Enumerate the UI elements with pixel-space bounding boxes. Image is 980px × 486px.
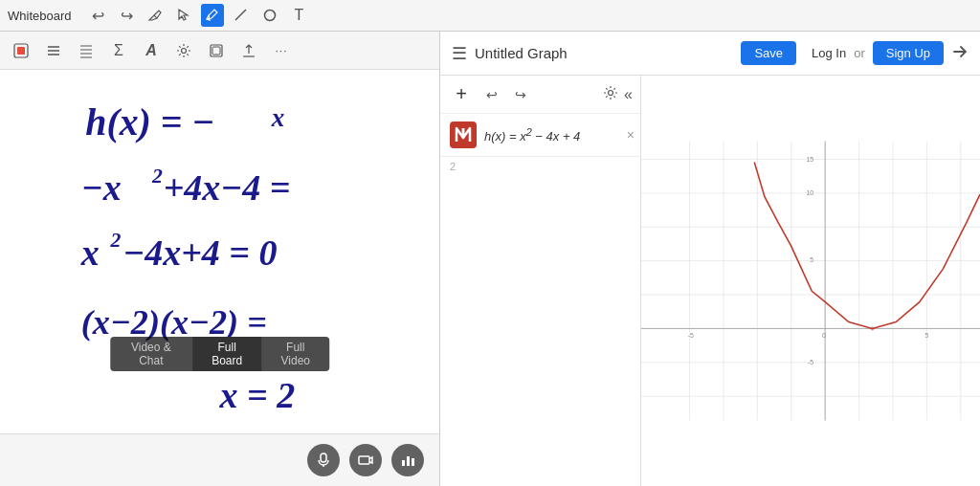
share-button[interactable] bbox=[951, 43, 969, 64]
svg-rect-27 bbox=[359, 456, 369, 464]
graph-panel: ☰ Untitled Graph Save Log In or Sign Up … bbox=[440, 32, 980, 486]
expr-settings-button[interactable] bbox=[603, 85, 618, 104]
video-chat-toggle[interactable]: Video & Chat bbox=[110, 337, 192, 371]
expr-toolbar: + ↩ ↪ « bbox=[440, 76, 640, 114]
redo-button[interactable]: ↪ bbox=[115, 4, 138, 27]
or-separator: or bbox=[854, 46, 865, 60]
svg-text:+4x−4 =: +4x−4 = bbox=[164, 167, 291, 208]
graph-svg: -5 0 5 15 10 5 -5 bbox=[641, 76, 980, 486]
svg-rect-13 bbox=[212, 47, 220, 55]
save-button[interactable]: Save bbox=[741, 41, 796, 65]
svg-text:5: 5 bbox=[810, 256, 813, 263]
text-button[interactable]: T bbox=[287, 4, 310, 27]
expr-redo-button[interactable]: ↪ bbox=[509, 83, 532, 106]
svg-text:-5: -5 bbox=[808, 359, 813, 365]
add-expression-button[interactable]: + bbox=[448, 81, 475, 108]
eraser-button[interactable] bbox=[144, 4, 167, 27]
svg-text:5: 5 bbox=[924, 332, 928, 339]
svg-point-1 bbox=[265, 11, 276, 21]
expression-icon bbox=[450, 122, 477, 148]
signup-button[interactable]: Sign Up bbox=[873, 41, 944, 65]
layers-tool[interactable] bbox=[203, 37, 230, 64]
svg-text:2: 2 bbox=[151, 165, 163, 188]
svg-rect-30 bbox=[412, 458, 414, 466]
whiteboard-bottom-bar bbox=[0, 433, 439, 486]
whiteboard-panel: Σ A ··· h(x) = − x −x bbox=[0, 32, 440, 486]
svg-text:-5: -5 bbox=[688, 332, 694, 339]
sigma-tool[interactable]: Σ bbox=[105, 37, 132, 64]
expr-number-label: 2 bbox=[440, 157, 640, 176]
whiteboard-canvas[interactable]: h(x) = − x −x 2 +4x−4 = x 2 −4x+4 = 0 (x… bbox=[0, 70, 439, 433]
app-title: Whiteboard bbox=[8, 9, 71, 23]
list-tool[interactable] bbox=[73, 37, 100, 64]
svg-text:−4x+4 = 0: −4x+4 = 0 bbox=[122, 232, 277, 273]
svg-rect-3 bbox=[17, 47, 25, 55]
shape-button[interactable] bbox=[258, 4, 281, 27]
graph-canvas[interactable]: -5 0 5 15 10 5 -5 bbox=[641, 76, 980, 486]
menu-tool[interactable] bbox=[40, 37, 67, 64]
expr-undo-button[interactable]: ↩ bbox=[480, 83, 503, 106]
settings-tool[interactable] bbox=[170, 37, 197, 64]
expression-list: h(x) = x2 − 4x + 4 × 2 bbox=[440, 114, 640, 486]
svg-text:x: x bbox=[80, 232, 100, 273]
view-toggle: Video & Chat Full Board Full Video bbox=[110, 337, 330, 371]
svg-text:(x−2)(x−2) =: (x−2)(x−2) = bbox=[81, 303, 267, 342]
expr-collapse-button[interactable]: « bbox=[624, 86, 633, 103]
svg-text:x = 2: x = 2 bbox=[219, 375, 296, 415]
svg-line-0 bbox=[235, 10, 246, 20]
svg-rect-28 bbox=[402, 460, 405, 466]
line-button[interactable] bbox=[230, 4, 253, 27]
svg-point-58 bbox=[871, 327, 875, 331]
main-area: Σ A ··· h(x) = − x −x bbox=[0, 32, 980, 486]
more-tool[interactable]: ··· bbox=[268, 37, 295, 64]
svg-text:2: 2 bbox=[109, 229, 121, 252]
top-toolbar: Whiteboard ↩ ↪ T bbox=[0, 0, 980, 32]
camera-button[interactable] bbox=[349, 444, 382, 476]
text-style-tool[interactable]: A bbox=[138, 37, 165, 64]
pen-button[interactable] bbox=[201, 4, 224, 27]
expression-text: h(x) = x2 − 4x + 4 bbox=[484, 126, 580, 144]
full-video-toggle[interactable]: Full Video bbox=[261, 337, 329, 371]
svg-text:−x: −x bbox=[81, 167, 122, 208]
svg-text:x: x bbox=[271, 103, 285, 132]
select-button[interactable] bbox=[172, 4, 195, 27]
undo-button[interactable]: ↩ bbox=[86, 4, 109, 27]
svg-rect-25 bbox=[321, 453, 326, 462]
svg-point-31 bbox=[609, 90, 613, 95]
expression-close-button[interactable]: × bbox=[627, 127, 635, 143]
graph-toolbar: ☰ Untitled Graph Save Log In or Sign Up bbox=[440, 32, 980, 76]
expression-item[interactable]: h(x) = x2 − 4x + 4 × bbox=[440, 114, 640, 157]
svg-text:0: 0 bbox=[822, 332, 826, 339]
chart-button[interactable] bbox=[391, 444, 424, 476]
svg-text:10: 10 bbox=[806, 189, 813, 196]
graph-main: + ↩ ↪ « bbox=[440, 76, 980, 486]
microphone-button[interactable] bbox=[307, 444, 340, 476]
svg-text:15: 15 bbox=[806, 156, 813, 163]
full-board-toggle[interactable]: Full Board bbox=[192, 337, 261, 371]
graph-title: Untitled Graph bbox=[475, 45, 733, 61]
svg-rect-29 bbox=[407, 456, 410, 466]
brush-tool[interactable] bbox=[8, 37, 34, 64]
svg-point-11 bbox=[182, 48, 187, 53]
graph-menu-button[interactable]: ☰ bbox=[452, 43, 467, 64]
expression-sidebar: + ↩ ↪ « bbox=[440, 76, 641, 486]
or-label: Log In bbox=[812, 46, 846, 60]
upload-tool[interactable] bbox=[235, 37, 262, 64]
svg-text:h(x) = −: h(x) = − bbox=[85, 101, 214, 144]
handwriting-svg: h(x) = − x −x 2 +4x−4 = x 2 −4x+4 = 0 (x… bbox=[0, 70, 439, 433]
secondary-toolbar: Σ A ··· bbox=[0, 32, 439, 70]
